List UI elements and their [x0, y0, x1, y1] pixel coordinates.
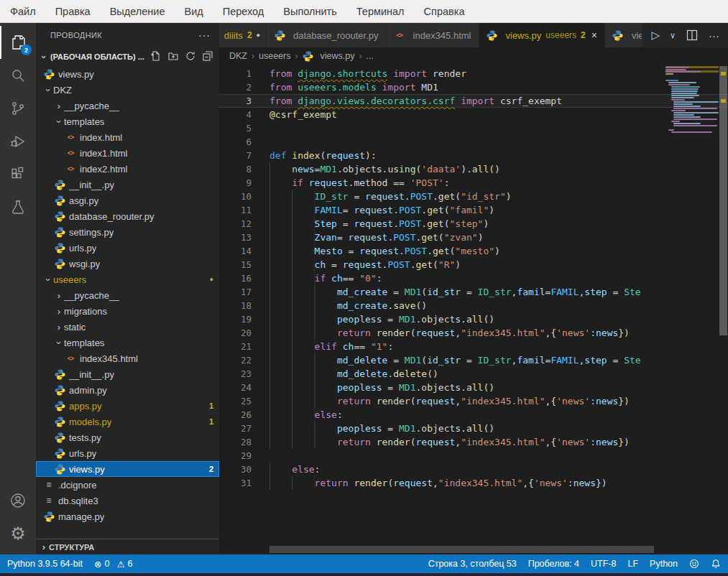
new-file-icon[interactable]: [150, 50, 162, 63]
status-language-mode[interactable]: Python: [650, 559, 678, 569]
python-file-icon: [54, 195, 65, 206]
file-tree-item-manage-py[interactable]: manage.py: [36, 508, 219, 524]
code-line-7: 7def index(request):: [219, 149, 728, 162]
python-file-icon: [302, 50, 313, 62]
file-tree-item-admin-py[interactable]: admin.py: [36, 382, 219, 398]
feedback-smiley-icon[interactable]: [689, 559, 699, 569]
file-tree-item-templates[interactable]: ›templates: [36, 113, 219, 129]
menu-item[interactable]: Выполнить: [283, 6, 336, 17]
file-tree-item-views-py[interactable]: views.py2: [36, 461, 219, 477]
menu-item[interactable]: Терминал: [356, 6, 405, 17]
menu-item[interactable]: Файл: [10, 6, 36, 17]
activity-search-icon[interactable]: [0, 59, 36, 92]
sidebar-more-actions-icon[interactable]: ···: [198, 29, 211, 41]
file-tree-item-index345-html[interactable]: <>index345.html: [36, 350, 219, 366]
file-tree-item-models-py[interactable]: models.py1: [36, 414, 219, 429]
file-tree-item-urls-py[interactable]: urls.py: [36, 240, 219, 256]
file-tree-item-urls-py[interactable]: urls.py: [36, 445, 219, 461]
collapse-all-icon[interactable]: [202, 50, 213, 63]
menu-item[interactable]: Переход: [223, 6, 264, 17]
activity-source-control-icon[interactable]: [0, 92, 36, 125]
activity-settings-icon[interactable]: ⚙: [0, 517, 36, 550]
file-tree-item-index-html[interactable]: <>index.html: [36, 129, 219, 145]
line-number: 28: [219, 435, 252, 449]
vscode-window: ФайлПравкаВыделениеВидПереходВыполнитьТе…: [0, 0, 728, 576]
status-indentation[interactable]: Пробелов: 4: [528, 559, 579, 569]
file-tree-item-index1-html[interactable]: <>index1.html: [36, 145, 219, 161]
status-encoding[interactable]: UTF-8: [591, 559, 616, 569]
file-label: database_roouter.py: [69, 211, 155, 222]
file-tree-item-static[interactable]: ›static: [36, 319, 219, 335]
activity-bar: 2⚙: [0, 23, 36, 554]
menu-item[interactable]: Правка: [55, 6, 91, 17]
editor[interactable]: 1from django.shortcuts import render2fro…: [219, 65, 728, 554]
menu-item[interactable]: Вид: [184, 6, 203, 17]
line-number: 12: [219, 217, 252, 231]
activity-explorer-icon[interactable]: 2: [0, 26, 36, 59]
file-tree-item-wsgi-py[interactable]: wsgi.py: [36, 256, 219, 271]
minimap[interactable]: [665, 66, 719, 133]
file-tree-item-views-py[interactable]: views.py: [36, 66, 219, 82]
close-tab-icon[interactable]: ×: [591, 29, 597, 41]
workspace-section-header[interactable]: › (РАБОЧАЯ ОБЛАСТЬ) ...: [36, 47, 219, 66]
activity-account-icon[interactable]: [0, 484, 36, 517]
code-line-13: 13Zvan= request.POST.get("zvan"): [219, 231, 728, 244]
horizontal-scrollbar[interactable]: [269, 546, 654, 553]
status-python-version[interactable]: Python 3.9.5 64-bit: [7, 559, 83, 569]
vertical-scrollbar[interactable]: [719, 65, 728, 554]
breadcrumb-item[interactable]: useeers: [259, 51, 290, 61]
status-cursor-position[interactable]: Строка 3, столбец 53: [428, 559, 517, 569]
file-label: views.py: [69, 464, 105, 475]
outline-section-header[interactable]: › СТРУКТУРА: [36, 539, 219, 554]
breadcrumb-item[interactable]: ...: [366, 51, 373, 61]
file-tree-item-migrations[interactable]: ›migrations: [36, 303, 219, 319]
refresh-icon[interactable]: [185, 50, 196, 63]
file-tree-item-database-roouter-py[interactable]: database_roouter.py: [36, 208, 219, 224]
file-tree-item-templates[interactable]: ›templates: [36, 335, 219, 350]
editor-tab-vie[interactable]: vie: [605, 23, 642, 47]
file-tree-item-index2-html[interactable]: <>index2.html: [36, 161, 219, 177]
split-editor-icon[interactable]: [686, 29, 699, 42]
file-tree-item-apps-py[interactable]: apps.py1: [36, 398, 219, 414]
editor-tab-diiits[interactable]: diiits2●: [219, 23, 267, 47]
run-dropdown-icon[interactable]: ∨: [670, 31, 676, 40]
file-tree-item--pycache-[interactable]: ›__pycache__: [36, 98, 219, 113]
file-tree-item-settings-py[interactable]: settings.py: [36, 224, 219, 240]
activity-extensions-icon[interactable]: [0, 158, 36, 191]
file-tree-item-dkz[interactable]: ›DKZ: [36, 82, 219, 98]
status-problems[interactable]: ⊗0⚠6: [94, 559, 133, 570]
notifications-bell-icon[interactable]: [711, 559, 721, 569]
file-tree-item-tests-py[interactable]: tests.py: [36, 429, 219, 445]
html-file-icon: <>: [65, 131, 76, 143]
editor-tab-index345-html[interactable]: <>index345.html: [387, 23, 479, 47]
breadcrumb-item[interactable]: views.py: [302, 50, 354, 62]
file-tree-item--pycache-[interactable]: ›__pycache__: [36, 287, 219, 303]
activity-run-and-debug-icon[interactable]: [0, 125, 36, 158]
python-file-icon: [54, 432, 65, 443]
status-eol[interactable]: LF: [627, 559, 638, 569]
code-line-31: 31return render(request,"index345.html",…: [219, 476, 728, 490]
editor-tab-database-roouter-py[interactable]: database_roouter.py: [267, 23, 387, 47]
menu-item[interactable]: Справка: [424, 6, 465, 17]
file-tree-item--init-py[interactable]: __init__.py: [36, 366, 219, 382]
file-tree-item-asgi-py[interactable]: asgi.py: [36, 192, 219, 208]
code-line-22: 22md_delete = MD1(id_str = ID_str,famil=…: [219, 353, 728, 367]
editor-tab-views-py[interactable]: views.pyuseeers2×: [479, 23, 605, 47]
vertical-scrollbar-thumb[interactable]: [719, 66, 727, 335]
file-tree-item-useeers[interactable]: ›useeers●: [36, 271, 219, 287]
file-tree-item--dcignore[interactable]: ≡.dcignore: [36, 477, 219, 493]
breadcrumb-item[interactable]: DKZ: [229, 51, 247, 61]
file-tree-item-db-sqlite3[interactable]: ≡db.sqlite3: [36, 493, 219, 508]
activity-testing-icon[interactable]: [0, 191, 36, 224]
file-tree-item--init-py[interactable]: __init__.py: [36, 177, 219, 192]
run-python-file-icon[interactable]: ▷: [651, 29, 660, 42]
line-number: 16: [219, 271, 252, 285]
chevron-down-icon: ›: [39, 52, 50, 62]
new-folder-icon[interactable]: [167, 50, 179, 63]
menu-item[interactable]: Выделение: [110, 6, 165, 17]
code-area[interactable]: 1from django.shortcuts import render2fro…: [219, 65, 728, 490]
more-actions-icon[interactable]: ···: [709, 29, 719, 42]
code-line-19: 19peopless = MD1.objects.all(): [219, 312, 728, 326]
line-number: 2: [219, 80, 252, 94]
outline-label: СТРУКТУРА: [49, 543, 94, 552]
